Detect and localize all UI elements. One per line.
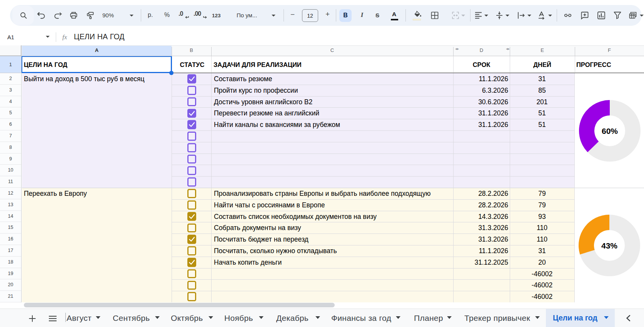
svg-text:fx: fx bbox=[62, 34, 67, 40]
